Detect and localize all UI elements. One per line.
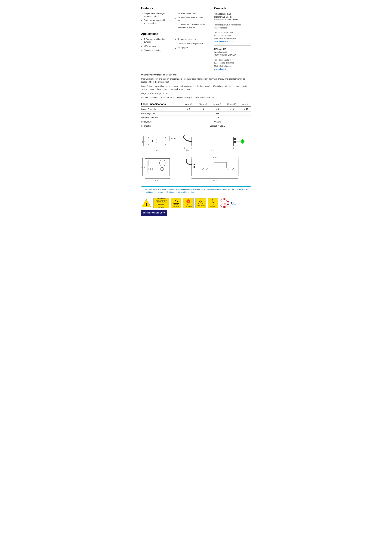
svg-text:B: B: [188, 200, 189, 202]
features-left: ✔ Single-mode and single-frequency outpu…: [141, 12, 172, 29]
svg-text:TECH: TECH: [223, 203, 226, 204]
checkmark-icon: ✔: [175, 23, 177, 26]
noise-value: < 0.03%: [184, 121, 251, 124]
app-label: OPO pumping: [144, 45, 156, 48]
svg-text:43 cm: 43 cm: [210, 149, 214, 151]
specs-models: Mozart-5 Mozart-6 Mozart-8 Mozart-10 Moz…: [184, 103, 251, 106]
feature-label: Ultra-stable resonator: [178, 12, 197, 15]
app-item-4: ✔ Raman spectroscopy: [175, 38, 205, 41]
diagram-left: 9,6 cm 9,6 cm 15,7cm 5,8 cm: [141, 132, 179, 183]
laser-excitation-label: LASEREXCITATION: [173, 204, 179, 207]
app-item-5: ✔ Interferometry and cytometry: [175, 42, 205, 45]
spec-label-linewidth: Linewidth, MHz/sec: [141, 116, 184, 119]
svg-rect-60: [214, 162, 227, 168]
other-key-p1: Operation simplicity and stability of pa…: [141, 78, 251, 84]
svg-rect-23: [153, 168, 155, 170]
spec-row-noise: Noise, RMS < 0.03%: [141, 120, 251, 124]
notice-text: Information and specifications contained…: [143, 189, 248, 193]
svg-rect-58: [193, 164, 195, 165]
svg-point-63: [227, 168, 229, 169]
feature-item-3: ✔ Ultra-stable resonator: [175, 12, 205, 15]
feature-label: Single-mode and single-frequency output: [144, 12, 172, 18]
svg-text:!: !: [176, 201, 176, 203]
bio-photonics-icon: B: [186, 199, 191, 204]
svg-text:15,7cm: 15,7cm: [155, 149, 159, 151]
svg-point-4: [165, 137, 166, 138]
tekhnoscan-name: Tekhnoscan - Lab: [214, 13, 251, 15]
svg-text:9,6 cm: 9,6 cm: [142, 140, 146, 142]
polarization-value: vertical, > 100:1: [184, 125, 251, 128]
laser-cooling-badge: ❄ LASER COOLING: [195, 198, 206, 208]
spec-row-wavelength: Wavelength, nm 532: [141, 112, 251, 116]
diagram-top-right: 15 cm 43 cm: [182, 132, 251, 154]
svg-text:NOLOGY: NOLOGY: [223, 204, 226, 205]
svg-rect-38: [234, 141, 236, 143]
app-label: Ti:Sapphire and Dye laser pumping: [144, 38, 172, 44]
svg-rect-57: [238, 161, 240, 174]
svg-text:5,8 cm: 5,8 cm: [171, 138, 176, 139]
other-key-p4: Ultimate convenience of control: large L…: [141, 96, 251, 99]
bio-photonics-badge: B BIOPHOTONICS: [183, 198, 193, 208]
checkmark-icon: ✔: [141, 45, 143, 48]
features-title: Features: [141, 6, 205, 10]
spec-values-wavelength: 532: [184, 112, 251, 115]
laser-excitation-icon: !: [173, 199, 179, 204]
power-6: > 6: [198, 108, 208, 111]
svg-text:44 cm: 44 cm: [213, 156, 217, 158]
app-item-3: ✔ Biomedical imaging: [141, 49, 172, 52]
trademark-symbol: TM: [163, 212, 165, 214]
htlaser-address: Weißdornweg 848159 Münster, Germany: [214, 51, 251, 56]
svg-point-2: [148, 137, 149, 138]
svg-text:59 cm: 59 cm: [213, 180, 217, 181]
diagram-bottom-right: 44 cm: [182, 156, 251, 183]
notice-box: Information and specifications contained…: [141, 186, 251, 195]
features-grid: ✔ Single-mode and single-frequency outpu…: [141, 12, 205, 29]
htlaser-web[interactable]: www.htlaser.de: [214, 68, 227, 70]
diagram-front-view: 20 cm 40 cm: [141, 156, 179, 183]
spec-row-polarization: Polarization vertical, > 100:1: [141, 124, 251, 128]
contacts-title: Contacts: [214, 6, 251, 10]
laser-cooling-icon: ❄: [198, 200, 203, 204]
laser-radiation-box: LASER RADIATION AVOID EYE OR SKIN EXPOSU…: [153, 198, 169, 208]
ce-mark: CE: [231, 200, 236, 206]
svg-rect-19: [145, 158, 170, 176]
laser-warn-text: LASER RADIATION AVOID EYE OR SKIN EXPOSU…: [154, 198, 168, 208]
svg-point-61: [202, 168, 204, 169]
side-view-svg: 9,6 cm 9,6 cm 15,7cm 5,8 cm: [141, 132, 176, 153]
footer-icons: ! LASER RADIATION AVOID EYE OR SKIN EXPO…: [141, 198, 251, 216]
power-8: > 8: [213, 108, 222, 111]
svg-point-64: [232, 168, 234, 169]
specs-title: Laser Specifications: [141, 102, 184, 106]
tekhnoscan-address: Inzhenernaia Str., 26,Novosibirsk, 63005…: [214, 15, 251, 21]
svg-point-5: [165, 144, 166, 145]
feature-item-2: ✔ Smart power supply with build-in chip …: [141, 19, 172, 24]
applications-left: ✔ Ti:Sapphire and Dye laser pumping ✔ OP…: [141, 38, 172, 52]
checkmark-icon: ✔: [141, 49, 143, 52]
app-label: Raman spectroscopy: [178, 38, 196, 41]
innophotonics-text: INNOPHOTONICS: [143, 212, 163, 214]
laser-tech-badge: LASER TECH NOLOGY: [220, 198, 229, 208]
applications-right: ✔ Raman spectroscopy ✔ Interferometry an…: [175, 38, 205, 52]
feature-label: Ultra-lo optical noise >0.03% rms: [178, 16, 205, 22]
svg-text:15 cm: 15 cm: [186, 149, 190, 151]
model-6: Mozart-6: [198, 103, 208, 106]
feature-item-1: ✔ Single-mode and single-frequency outpu…: [141, 12, 172, 18]
checkmark-icon: ✔: [175, 38, 177, 41]
svg-text:20 cm: 20 cm: [141, 167, 145, 168]
top-section: Features ✔ Single-mode and single-freque…: [141, 6, 251, 71]
nano-science-icon: [210, 199, 215, 204]
laser-tech-icon: LASER TECH NOLOGY: [221, 199, 228, 207]
power-12: > 12: [241, 108, 251, 111]
tekhnoscan-web[interactable]: www.tekhnoscan.com: [214, 41, 233, 43]
applications-title: Applications: [141, 32, 205, 36]
svg-rect-20: [148, 160, 157, 166]
spec-label-polarization: Polarization: [141, 125, 184, 128]
feature-label: Smart power supply with build-in chip co…: [144, 19, 172, 24]
model-12: Mozart-12: [241, 103, 251, 106]
spec-values-power: > 5 > 6 > 8 > 10 > 12: [184, 108, 251, 111]
checkmark-icon: ✔: [175, 17, 177, 20]
bottom-right-svg: 44 cm: [182, 156, 245, 182]
svg-point-3: [148, 144, 149, 145]
svg-point-21: [159, 160, 166, 166]
checkmark-icon: ✔: [175, 12, 177, 15]
